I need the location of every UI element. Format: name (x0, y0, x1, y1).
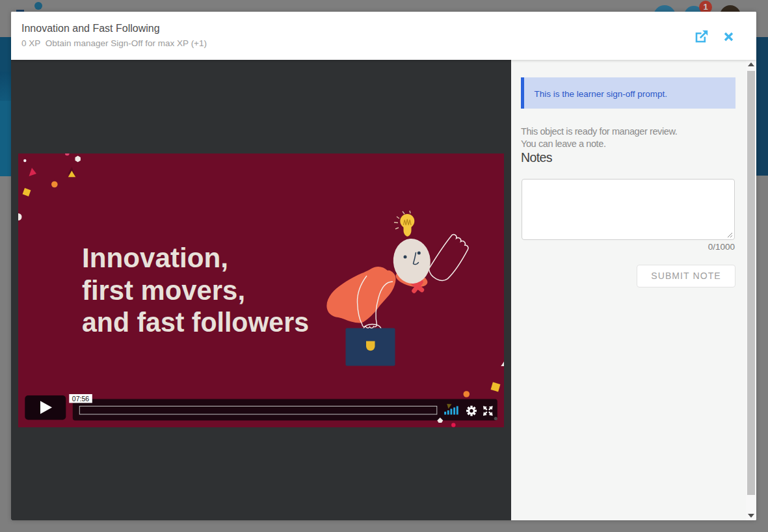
svg-text:Innovation,: Innovation, (82, 243, 228, 273)
svg-text:and fast followers: and fast followers (82, 307, 309, 338)
svg-text:07:56: 07:56 (72, 395, 88, 403)
svg-text:first movers,: first movers, (82, 275, 245, 306)
